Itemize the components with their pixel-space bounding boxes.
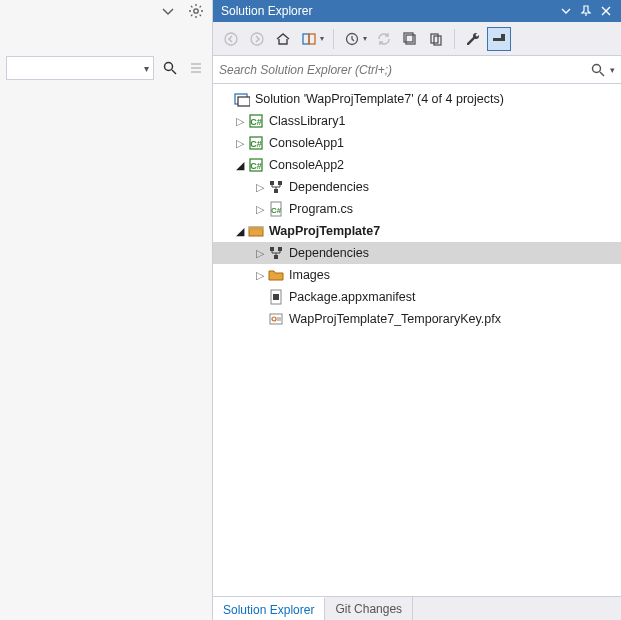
- tab-solution-explorer[interactable]: Solution Explorer: [213, 597, 325, 620]
- expander-collapsed-icon[interactable]: ▷: [233, 116, 247, 127]
- node-label: WapProjTemplate7_TemporaryKey.pfx: [289, 312, 501, 326]
- home-icon[interactable]: [271, 27, 295, 51]
- tab-git-changes[interactable]: Git Changes: [325, 597, 413, 620]
- chevron-down-icon[interactable]: ▾: [320, 34, 324, 43]
- window-dropdown-icon[interactable]: [557, 2, 575, 20]
- package-project-icon: [247, 222, 265, 240]
- svg-rect-12: [493, 38, 505, 41]
- toolbar-separator: [333, 29, 334, 49]
- csharp-project-icon: C#: [247, 156, 265, 174]
- svg-rect-31: [270, 247, 274, 251]
- certificate-file-icon: [267, 310, 285, 328]
- tree-node-console1[interactable]: ▷ C# ConsoleApp1: [213, 132, 621, 154]
- left-panel: ▾: [0, 0, 213, 620]
- panel-title: Solution Explorer: [221, 4, 555, 18]
- solution-explorer-panel: Solution Explorer ▾ ▾ ▾: [213, 0, 621, 620]
- expander-expanded-icon[interactable]: ◢: [233, 160, 247, 171]
- expander-collapsed-icon[interactable]: ▷: [253, 248, 267, 259]
- left-top-toolbar: [0, 0, 212, 22]
- preview-selected-items-icon[interactable]: [487, 27, 511, 51]
- svg-rect-33: [274, 255, 278, 259]
- node-label: WapProjTemplate7: [269, 224, 380, 238]
- search-input[interactable]: [219, 63, 588, 77]
- tree-node-appxmanifest[interactable]: Package.appxmanifest: [213, 286, 621, 308]
- svg-rect-24: [270, 181, 274, 185]
- chevron-down-icon: ▾: [144, 63, 149, 74]
- svg-rect-30: [249, 227, 263, 230]
- tree-node-solution[interactable]: Solution 'WapProjTemplate7' (4 of 4 proj…: [213, 88, 621, 110]
- svg-rect-26: [274, 189, 278, 193]
- pin-icon[interactable]: [577, 2, 595, 20]
- node-label: Solution 'WapProjTemplate7' (4 of 4 proj…: [255, 92, 504, 106]
- dependencies-icon: [267, 244, 285, 262]
- tree-node-pfx-key[interactable]: WapProjTemplate7_TemporaryKey.pfx: [213, 308, 621, 330]
- tree-node-console2[interactable]: ◢ C# ConsoleApp2: [213, 154, 621, 176]
- node-label: Dependencies: [289, 246, 369, 260]
- chevron-down-icon[interactable]: ▾: [610, 65, 615, 75]
- svg-rect-13: [501, 34, 505, 38]
- tree-node-wapproj[interactable]: ◢ WapProjTemplate7: [213, 220, 621, 242]
- panel-title-bar: Solution Explorer: [213, 0, 621, 22]
- left-combo[interactable]: ▾: [6, 56, 154, 80]
- csharp-project-icon: C#: [247, 112, 265, 130]
- solution-tree: Solution 'WapProjTemplate7' (4 of 4 proj…: [213, 84, 621, 596]
- node-label: ClassLibrary1: [269, 114, 345, 128]
- solution-icon: [233, 90, 251, 108]
- node-label: ConsoleApp2: [269, 158, 344, 172]
- svg-rect-25: [278, 181, 282, 185]
- svg-text:C#: C#: [271, 206, 282, 215]
- sync-icon[interactable]: [372, 27, 396, 51]
- expander-collapsed-icon[interactable]: ▷: [253, 182, 267, 193]
- forward-icon[interactable]: [245, 27, 269, 51]
- search-icon[interactable]: [588, 62, 608, 78]
- search-icon[interactable]: [160, 58, 180, 78]
- node-label: Program.cs: [289, 202, 353, 216]
- svg-rect-17: [238, 97, 250, 106]
- expander-collapsed-icon[interactable]: ▷: [233, 138, 247, 149]
- tree-node-wap-dependencies[interactable]: ▷ Dependencies: [213, 242, 621, 264]
- tree-node-console2-dependencies[interactable]: ▷ Dependencies: [213, 176, 621, 198]
- show-all-files-icon[interactable]: [424, 27, 448, 51]
- csharp-file-icon: C#: [267, 200, 285, 218]
- svg-point-1: [165, 63, 173, 71]
- collapse-all-icon[interactable]: [398, 27, 422, 51]
- svg-point-0: [194, 9, 198, 13]
- svg-rect-35: [273, 294, 279, 300]
- node-label: Package.appxmanifest: [289, 290, 415, 304]
- back-icon[interactable]: [219, 27, 243, 51]
- csharp-project-icon: C#: [247, 134, 265, 152]
- svg-point-3: [225, 33, 237, 45]
- node-label: ConsoleApp1: [269, 136, 344, 150]
- bottom-tab-bar: Solution Explorer Git Changes: [213, 596, 621, 620]
- chevron-down-icon[interactable]: ▾: [363, 34, 367, 43]
- expander-expanded-icon[interactable]: ◢: [233, 226, 247, 237]
- tree-node-images-folder[interactable]: ▷ Images: [213, 264, 621, 286]
- svg-line-15: [600, 72, 604, 76]
- left-search-row: ▾: [0, 52, 212, 84]
- dropdown-chevron-icon[interactable]: [158, 1, 178, 21]
- toolbar-separator: [454, 29, 455, 49]
- svg-text:C#: C#: [250, 117, 262, 127]
- svg-rect-32: [278, 247, 282, 251]
- properties-icon[interactable]: [461, 27, 485, 51]
- switch-views-icon[interactable]: [297, 27, 321, 51]
- search-bar: ▾: [213, 56, 621, 84]
- svg-line-2: [172, 70, 176, 74]
- folder-icon: [267, 266, 285, 284]
- expander-collapsed-icon[interactable]: ▷: [253, 204, 267, 215]
- list-icon[interactable]: [186, 58, 206, 78]
- svg-text:C#: C#: [250, 161, 262, 171]
- svg-point-4: [251, 33, 263, 45]
- node-label: Dependencies: [289, 180, 369, 194]
- gear-icon[interactable]: [186, 1, 206, 21]
- close-icon[interactable]: [597, 2, 615, 20]
- svg-text:C#: C#: [250, 139, 262, 149]
- svg-point-14: [593, 64, 601, 72]
- tree-node-classlib[interactable]: ▷ C# ClassLibrary1: [213, 110, 621, 132]
- node-label: Images: [289, 268, 330, 282]
- tree-node-program-cs[interactable]: ▷ C# Program.cs: [213, 198, 621, 220]
- pending-changes-filter-icon[interactable]: [340, 27, 364, 51]
- svg-rect-5: [303, 34, 309, 44]
- dependencies-icon: [267, 178, 285, 196]
- expander-collapsed-icon[interactable]: ▷: [253, 270, 267, 281]
